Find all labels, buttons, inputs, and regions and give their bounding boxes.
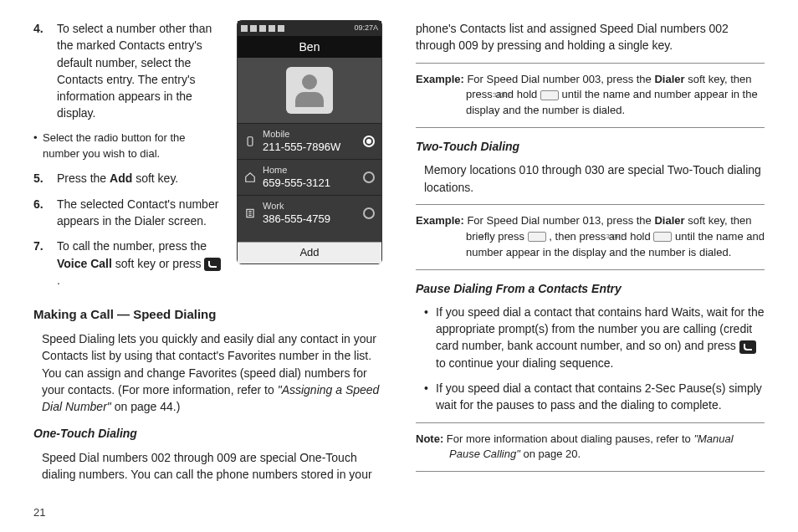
step-num: 4. [33, 20, 57, 122]
example-1: Example: For Speed Dial number 003, pres… [416, 72, 765, 120]
phone-row-mobile[interactable]: Mobile211-555-7896W [238, 123, 381, 159]
contact-name: Ben [238, 36, 381, 58]
avatar-placeholder-icon [286, 67, 333, 114]
divider [416, 422, 765, 423]
work-icon [244, 207, 256, 219]
signal-icon [241, 25, 248, 32]
step-4: 4. To select a number other than the mar… [33, 20, 223, 122]
radio-selected[interactable] [363, 136, 375, 147]
step-num: 5. [33, 170, 57, 187]
step-body: To select a number other than the marked… [57, 20, 223, 122]
divider [416, 269, 765, 270]
step-5: 5. Press the Add soft key. [33, 170, 223, 187]
step-num: 7. [33, 238, 57, 289]
key-1-icon: 1 · [528, 232, 546, 242]
bluetooth-icon [269, 25, 275, 32]
step-num: 6. [33, 196, 57, 230]
pause-bullet-1: • If you speed dial a contact that conta… [416, 304, 765, 371]
page-number: 21 [33, 506, 765, 519]
step-body: To call the number, press the Voice Call… [57, 238, 223, 289]
speed-dial-para: Speed Dialing lets you quickly and easil… [33, 330, 382, 415]
call-icon [204, 258, 221, 271]
heading-two-touch: Two-Touch Dialing [416, 138, 765, 155]
divider [416, 63, 765, 64]
phone-row-work[interactable]: Work386-555-4759 [238, 195, 381, 231]
step-6: 6. The selected Contact's number appears… [33, 196, 223, 230]
radio-unselected[interactable] [363, 171, 375, 183]
continuation-para: phone's Contacts list and assigned Speed… [416, 20, 765, 54]
example-2: Example: For Speed Dial number 013, pres… [416, 213, 765, 261]
mobile-icon [244, 136, 256, 147]
softkey-add[interactable]: Add [238, 242, 381, 263]
step-body: The selected Contact's number appears in… [57, 196, 223, 230]
one-touch-para: Speed Dial numbers 002 through 009 are s… [33, 449, 382, 483]
call-icon [739, 340, 756, 354]
heading-speed-dialing: Making a Call — Speed Dialing [33, 305, 382, 324]
phone-screenshot: 09:27A Ben Mobile211-555-7896W [237, 20, 382, 264]
divider [416, 127, 765, 128]
heading-pause-dialing: Pause Dialing From a Contacts Entry [416, 280, 765, 297]
status-time: 09:27A [354, 23, 378, 33]
heading-one-touch: One-Touch Dialing [33, 425, 382, 442]
key-3-icon: 3 DEF [653, 232, 672, 242]
phone-row-home[interactable]: Home659-555-3121 [238, 159, 381, 195]
home-icon [244, 171, 256, 183]
battery-icon [278, 25, 284, 32]
divider [416, 204, 765, 205]
step-4-sub: • Select the radio button for the number… [33, 130, 223, 162]
svg-rect-0 [248, 137, 253, 146]
key-3-icon: 3 DEF [540, 90, 559, 100]
status-bar: 09:27A [238, 21, 381, 36]
divider [416, 471, 765, 472]
phone-number-list: Mobile211-555-7896W Home659-555-3121 Wor… [238, 123, 381, 242]
note-box: Note: For more information about dialing… [416, 432, 765, 463]
two-touch-para: Memory locations 010 through 030 are spe… [416, 161, 765, 196]
step-7: 7. To call the number, press the Voice C… [33, 238, 223, 289]
step-body: Press the Add soft key. [57, 170, 223, 187]
pause-bullet-2: • If you speed dial a contact that conta… [416, 380, 765, 414]
network-icon [250, 25, 257, 32]
radio-unselected[interactable] [363, 207, 375, 219]
avatar-zone [238, 58, 381, 123]
sound-icon [259, 25, 266, 32]
step-4-sub-text: Select the radio button for the number y… [43, 130, 223, 162]
